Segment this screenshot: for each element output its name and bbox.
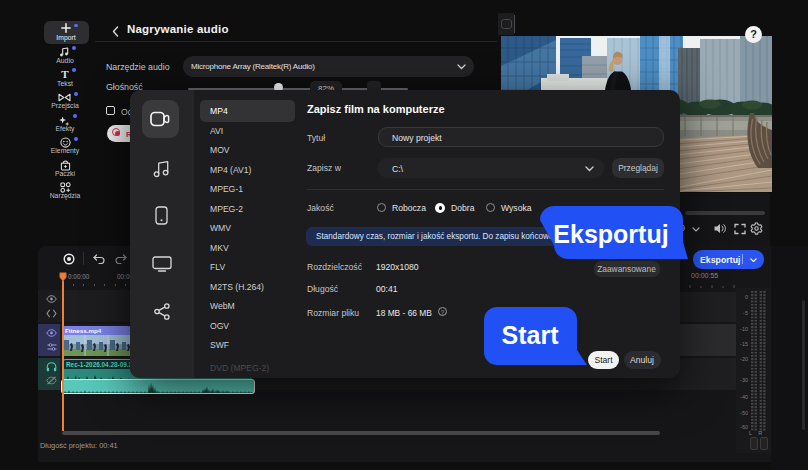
svg-text:Eksportuj: Eksportuj (553, 220, 668, 248)
svg-text:Start: Start (502, 321, 560, 349)
